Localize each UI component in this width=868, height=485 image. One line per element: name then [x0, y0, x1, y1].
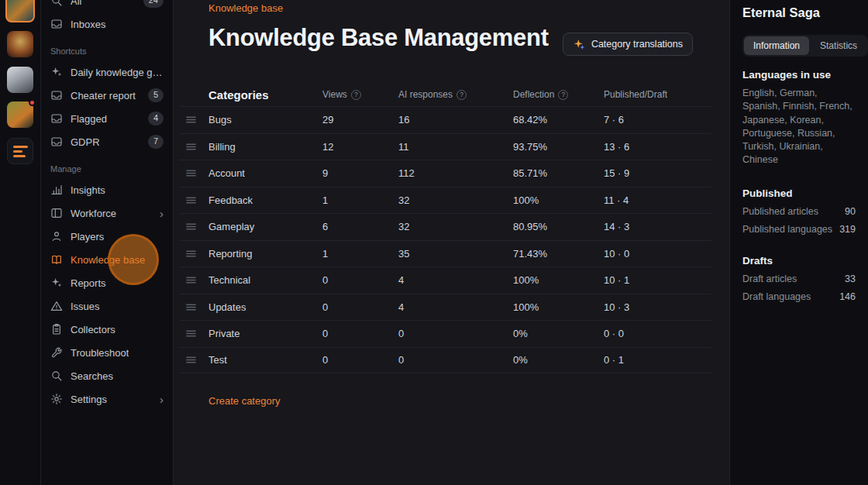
stat-label: Published articles [742, 206, 818, 217]
sidebar-item-issues[interactable]: Issues [41, 294, 173, 318]
views-value: 0 [322, 328, 398, 339]
stat-value: 146 [839, 291, 856, 302]
table-row[interactable]: Private 0 0 0% 0 · 0 [180, 320, 711, 347]
game-avatar[interactable] [7, 67, 33, 93]
info-icon[interactable]: ? [558, 90, 568, 100]
game-title: Eternal Saga [742, 5, 856, 20]
views-value: 1 [322, 194, 398, 206]
ai-responses-value: 0 [398, 328, 513, 339]
sidebar-item-workforce[interactable]: Workforce › [41, 201, 173, 225]
drag-handle-icon[interactable] [185, 221, 197, 232]
views-value: 29 [322, 114, 398, 126]
search-icon [50, 0, 63, 7]
deflection-value: 80.95% [513, 221, 604, 232]
category-name: Feedback [208, 194, 322, 206]
ai-responses-value: 16 [398, 114, 513, 126]
sidebar-item-knowledge-base[interactable]: Knowledge base [41, 248, 173, 271]
published-draft-value: 11 · 4 [604, 194, 711, 206]
drag-handle-icon[interactable] [185, 114, 197, 126]
sidebar-item-label: Knowledge base [71, 254, 145, 266]
sidebar-item-daily-knowledge-gaps[interactable]: Daily knowledge gaps [41, 60, 173, 84]
warning-icon [50, 300, 63, 312]
deflection-value: 100% [513, 274, 604, 286]
sidebar-item-label: All [71, 0, 81, 7]
tab-statistics[interactable]: Statistics [811, 36, 866, 55]
create-category-link[interactable]: Create category [208, 395, 281, 407]
sidebar-item-insights[interactable]: Insights [41, 178, 173, 201]
drag-handle-icon[interactable] [185, 194, 197, 206]
logo-bar [13, 150, 22, 153]
app-logo[interactable] [7, 138, 33, 164]
breadcrumb[interactable]: Knowledge base [208, 0, 283, 14]
published-draft-value: 0 · 0 [604, 328, 711, 339]
info-icon[interactable]: ? [456, 90, 467, 100]
count-badge: 4 [148, 112, 164, 125]
drag-handle-icon[interactable] [185, 248, 197, 260]
detail-panel: Eternal Saga Information Statistics Lang… [729, 0, 868, 485]
table-row[interactable]: Reporting 1 35 71.43% 10 · 0 [180, 240, 711, 267]
sidebar-item-troubleshoot[interactable]: Troubleshoot [41, 341, 173, 364]
table-row[interactable]: Account 9 112 85.71% 15 · 9 [180, 160, 711, 187]
sidebar: All 24 Inboxes Shortcuts Daily knowledge… [41, 0, 174, 485]
drag-handle-icon[interactable] [185, 167, 197, 179]
search-icon [50, 370, 63, 382]
stat-value: 90 [845, 206, 856, 217]
table-row[interactable]: Feedback 1 32 100% 11 · 4 [180, 187, 711, 214]
sidebar-item-players[interactable]: Players [41, 225, 173, 248]
drag-handle-icon[interactable] [185, 301, 197, 313]
category-translations-button[interactable]: Category translations [563, 33, 693, 56]
stat-label: Draft languages [742, 291, 811, 302]
sidebar-item-label: Insights [71, 184, 105, 196]
stat-value: 319 [839, 224, 856, 235]
category-name: Technical [208, 274, 322, 286]
inbox-icon [50, 18, 63, 30]
sidebar-item-searches[interactable]: Searches [41, 364, 173, 387]
table-row[interactable]: Bugs 29 16 68.42% 7 · 6 [180, 106, 711, 133]
info-icon[interactable]: ? [351, 90, 361, 100]
published-draft-value: 14 · 3 [604, 221, 711, 232]
table-row[interactable]: Technical 0 4 100% 10 · 1 [180, 267, 711, 294]
category-name: Billing [208, 141, 322, 153]
category-name: Test [208, 354, 322, 366]
sidebar-item-cheater-report[interactable]: Cheater report 5 [41, 84, 173, 107]
logo-bar [13, 146, 28, 148]
deflection-value: 71.43% [513, 248, 604, 260]
published-draft-value: 10 · 1 [604, 274, 711, 286]
inbox-icon [50, 89, 63, 101]
category-name: Reporting [208, 248, 322, 260]
sidebar-item-label: GDPR [71, 136, 100, 148]
sidebar-item-collectors[interactable]: Collectors [41, 318, 173, 341]
table-row[interactable]: Billing 12 11 93.75% 13 · 6 [180, 133, 711, 160]
sidebar-item-gdpr[interactable]: GDPR 7 [41, 130, 173, 153]
table-row[interactable]: Updates 0 4 100% 10 · 3 [180, 294, 711, 321]
translate-ai-icon [573, 38, 585, 50]
category-name: Account [208, 167, 322, 179]
table-row[interactable]: Gameplay 6 32 80.95% 14 · 3 [180, 213, 711, 240]
tab-information[interactable]: Information [744, 36, 809, 55]
sidebar-item-settings[interactable]: Settings › [41, 387, 173, 411]
sidebar-item-all[interactable]: All 24 [41, 0, 173, 12]
ai-responses-value: 4 [398, 301, 513, 313]
sidebar-item-inboxes[interactable]: Inboxes [41, 12, 173, 36]
drag-handle-icon[interactable] [185, 354, 197, 366]
drag-handle-icon[interactable] [185, 274, 197, 286]
sparkles-icon [50, 66, 63, 78]
column-header-published-draft: Published/Draft [604, 89, 667, 100]
sidebar-item-label: Players [71, 231, 104, 242]
main-content: Knowledge base Knowledge Base Management… [174, 0, 729, 485]
panel-tabs: Information Statistics [742, 35, 868, 57]
sidebar-item-label: Reports [71, 277, 106, 289]
drag-handle-icon[interactable] [185, 328, 197, 339]
game-avatar[interactable] [7, 101, 33, 128]
categories-table: Categories Views? AI responses? Deflecti… [180, 83, 711, 373]
sidebar-item-flagged[interactable]: Flagged 4 [41, 107, 173, 130]
game-avatar-selected[interactable] [5, 0, 35, 22]
game-avatar[interactable] [7, 31, 33, 57]
drag-handle-icon[interactable] [185, 141, 197, 153]
table-row[interactable]: Test 0 0 0% 0 · 1 [180, 347, 711, 374]
stat-row: Published languages 319 [742, 224, 856, 235]
sidebar-section-manage: Manage [50, 164, 164, 174]
sidebar-item-reports[interactable]: Reports [41, 271, 173, 294]
views-value: 0 [322, 274, 398, 286]
sidebar-item-label: Settings [71, 394, 107, 405]
